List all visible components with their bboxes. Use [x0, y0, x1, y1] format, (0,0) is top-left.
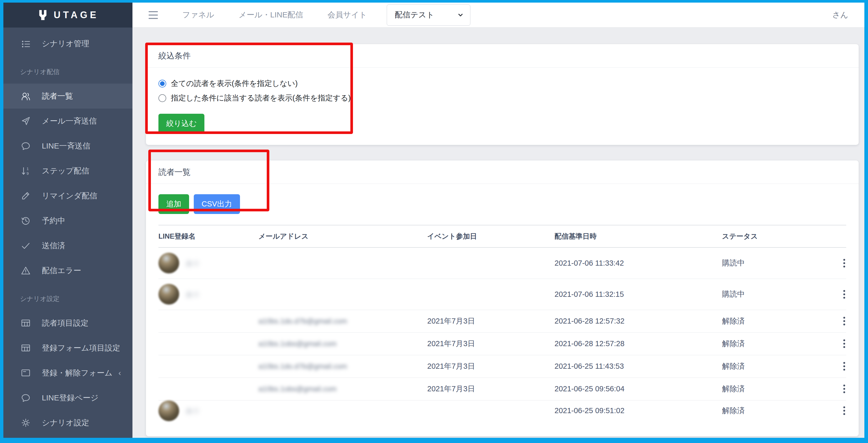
basis-datetime: 2021-06-28 12:57:32: [555, 310, 722, 333]
sidebar-item-label: ステップ配信: [42, 166, 89, 176]
sidebar-item-sent[interactable]: 送信済: [3, 233, 132, 258]
col-actions: [839, 225, 846, 248]
blurred-email: a10bs.1obs@gmail.com: [258, 340, 337, 348]
csv-export-button[interactable]: CSV出力: [194, 194, 240, 214]
blurred-name: あり: [186, 290, 200, 299]
reader-list-card: 読者一覧 追加 CSV出力 LINE登録名 メールアドレス イベント参加日: [146, 160, 859, 436]
scenario-select[interactable]: 配信テスト: [387, 4, 470, 26]
kebab-menu-icon[interactable]: [839, 288, 849, 300]
pencil-icon: [20, 190, 31, 201]
basis-datetime: 2021-06-25 09:51:02: [555, 400, 722, 436]
sidebar-section-scenario-settings: シナリオ設定: [3, 287, 132, 311]
sidebar-item-line-broadcast[interactable]: LINE一斉送信: [3, 133, 132, 158]
reader-table: LINE登録名 メールアドレス イベント参加日 配信基準日時 ステータス あり: [158, 225, 846, 436]
basis-datetime: 2021-06-28 12:57:28: [555, 333, 722, 355]
col-line-name: LINE登録名: [158, 225, 258, 248]
sidebar-item-label: 読者一覧: [42, 91, 73, 101]
form-icon: [20, 367, 31, 379]
filter-submit-button[interactable]: 絞り込む: [158, 114, 205, 133]
sidebar-item-label: シナリオ設定: [42, 417, 89, 428]
radio-unselected-icon[interactable]: [158, 94, 166, 102]
utage-logo-icon: [37, 9, 49, 21]
sidebar-item-step-delivery[interactable]: ステップ配信: [3, 158, 132, 183]
col-basis-datetime: 配信基準日時: [555, 225, 722, 248]
warning-icon: [20, 265, 31, 276]
radio-show-all-label: 全ての読者を表示(条件を指定しない): [171, 78, 298, 89]
chat-icon: [20, 140, 31, 152]
sidebar-item-label: 登録・解除フォーム: [42, 368, 113, 378]
blurred-email: a10bs.1do.d7b@gmail.com: [258, 317, 347, 325]
table-row: a10bs.1do.d7b@gmail.com 2021年7月3日 2021-0…: [158, 310, 846, 333]
kebab-menu-icon[interactable]: [839, 315, 849, 327]
status-badge: 購読中: [722, 248, 839, 279]
status-badge: 解除済: [722, 400, 839, 436]
blurred-email: a10bs.1do.d7b@gmail.com: [258, 362, 347, 370]
hamburger-menu-icon[interactable]: [149, 11, 158, 19]
event-date: 2021年7月3日: [427, 355, 555, 378]
table-header-row: LINE登録名 メールアドレス イベント参加日 配信基準日時 ステータス: [158, 225, 846, 248]
blurred-email: a10bs.1obs@gmail.com: [258, 385, 337, 393]
sidebar: UTAGE シナリオ管理 シナリオ配信 読者一覧 メール一斉送信 LINE一斉送…: [3, 3, 132, 438]
sidebar-nav: シナリオ管理 シナリオ配信 読者一覧 メール一斉送信 LINE一斉送信 ステップ…: [3, 28, 132, 438]
col-status: ステータス: [722, 225, 839, 248]
page-content: 絞込条件 全ての読者を表示(条件を指定しない) 指定した条件に該当する読者を表示…: [132, 28, 864, 438]
event-date: 2021年7月3日: [427, 333, 555, 355]
sidebar-item-label: 送信済: [42, 241, 65, 251]
add-reader-button[interactable]: 追加: [158, 194, 189, 214]
sidebar-item-reader-fields[interactable]: 読者項目設定: [3, 311, 132, 336]
history-icon: [20, 215, 31, 226]
table-row: あり 2021-07-06 11:32:15 購読中: [158, 279, 846, 310]
sidebar-item-register-unsubscribe-form[interactable]: 登録・解除フォーム ‹: [3, 360, 132, 385]
blurred-name: あり: [186, 259, 200, 268]
kebab-menu-icon[interactable]: [839, 383, 849, 395]
kebab-menu-icon[interactable]: [839, 360, 849, 372]
sidebar-item-reserved[interactable]: 予約中: [3, 208, 132, 233]
kebab-menu-icon[interactable]: [839, 257, 849, 269]
status-badge: 解除済: [722, 333, 839, 355]
status-badge: 解除済: [722, 355, 839, 378]
basis-datetime: 2021-07-06 11:32:15: [555, 279, 722, 310]
blurred-name: あり: [186, 406, 200, 415]
col-event-date: イベント参加日: [427, 225, 555, 248]
sidebar-item-label: LINE登録ページ: [42, 392, 98, 403]
reader-list-actions: 追加 CSV出力: [146, 184, 859, 225]
sidebar-item-mail-broadcast[interactable]: メール一斉送信: [3, 108, 132, 133]
kebab-menu-icon[interactable]: [839, 338, 849, 350]
logo-bar: UTAGE: [3, 3, 132, 28]
nav-funnel[interactable]: ファネル: [182, 10, 214, 20]
sidebar-item-delivery-error[interactable]: 配信エラー: [3, 258, 132, 283]
table-row: a10bs.1obs@gmail.com 2021年7月3日 2021-06-2…: [158, 378, 846, 400]
reader-table-wrap: LINE登録名 メールアドレス イベント参加日 配信基準日時 ステータス あり: [146, 225, 859, 436]
radio-show-all-readers[interactable]: 全ての読者を表示(条件を指定しない): [158, 76, 846, 91]
sidebar-item-reminder-delivery[interactable]: リマインダ配信: [3, 183, 132, 208]
sidebar-item-label: シナリオ管理: [42, 38, 89, 49]
sidebar-item-label: メール一斉送信: [42, 116, 97, 126]
reader-list-title: 読者一覧: [146, 160, 859, 184]
avatar: [158, 284, 179, 305]
top-navbar: ファネル メール・LINE配信 会員サイト 配信テスト さん: [132, 3, 864, 28]
nav-member-site[interactable]: 会員サイト: [328, 10, 367, 20]
radio-show-filtered-readers[interactable]: 指定した条件に該当する読者を表示(条件を指定する): [158, 91, 846, 105]
sidebar-item-form-fields[interactable]: 登録フォーム項目設定: [3, 336, 132, 360]
sidebar-section-scenario-delivery: シナリオ配信: [3, 60, 132, 84]
radio-selected-icon[interactable]: [158, 80, 166, 88]
sidebar-item-label: 読者項目設定: [42, 318, 89, 328]
sidebar-item-scenario-manage[interactable]: シナリオ管理: [3, 31, 132, 56]
sidebar-item-reader-list[interactable]: 読者一覧: [3, 84, 132, 108]
sidebar-item-label: 配信エラー: [42, 265, 81, 276]
sidebar-item-label: 予約中: [42, 216, 65, 226]
table-row: a10bs.1obs@gmail.com 2021年7月3日 2021-06-2…: [158, 333, 846, 355]
chat-icon: [20, 392, 31, 404]
list-icon: [20, 38, 31, 49]
kebab-menu-icon[interactable]: [839, 405, 849, 416]
logo-text: UTAGE: [54, 10, 99, 21]
send-icon: [20, 115, 31, 127]
filter-card-title: 絞込条件: [146, 44, 859, 67]
table-row: あり 2021-07-06 11:33:42 購読中: [158, 248, 846, 279]
sidebar-item-scenario-settings[interactable]: シナリオ設定: [3, 410, 132, 435]
nav-mail-line-delivery[interactable]: メール・LINE配信: [239, 10, 303, 20]
sidebar-item-line-register-page[interactable]: LINE登録ページ: [3, 385, 132, 410]
sidebar-item-label: LINE一斉送信: [42, 141, 90, 151]
basis-datetime: 2021-06-25 09:56:04: [555, 378, 722, 400]
users-icon: [20, 90, 31, 102]
